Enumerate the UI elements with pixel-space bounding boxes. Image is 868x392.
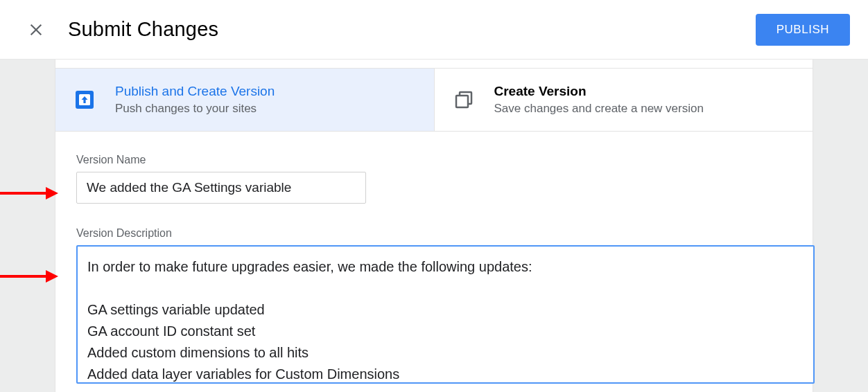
tab-publish-subtitle: Push changes to your sites: [115, 102, 275, 116]
version-description-group: Version Description: [76, 227, 792, 386]
tab-publish-and-create[interactable]: Publish and Create Version Push changes …: [55, 69, 435, 131]
publish-button[interactable]: PUBLISH: [756, 14, 850, 46]
close-icon: [28, 22, 44, 37]
content-wrapper: Publish and Create Version Push changes …: [0, 60, 868, 392]
version-description-input[interactable]: [76, 245, 815, 384]
tab-create-title: Create Version: [494, 84, 704, 99]
tab-publish-title: Publish and Create Version: [115, 84, 275, 99]
page-title: Submit Changes: [68, 18, 218, 41]
publish-mode-tabs: Publish and Create Version Push changes …: [55, 68, 813, 132]
tab-create-version[interactable]: Create Version Save changes and create a…: [435, 69, 813, 131]
version-name-input[interactable]: [76, 172, 366, 204]
content-card: Publish and Create Version Push changes …: [55, 60, 813, 392]
version-description-label: Version Description: [76, 227, 792, 240]
create-version-copy-icon: [453, 89, 475, 111]
header-bar: Submit Changes PUBLISH: [0, 0, 868, 60]
svg-rect-4: [456, 96, 468, 107]
form-area: Version Name Version Description: [55, 132, 813, 386]
publish-upload-icon: [73, 89, 96, 111]
close-button[interactable]: [25, 19, 47, 41]
version-name-group: Version Name: [76, 154, 792, 204]
version-name-label: Version Name: [76, 154, 792, 166]
tab-create-subtitle: Save changes and create a new version: [494, 102, 704, 116]
